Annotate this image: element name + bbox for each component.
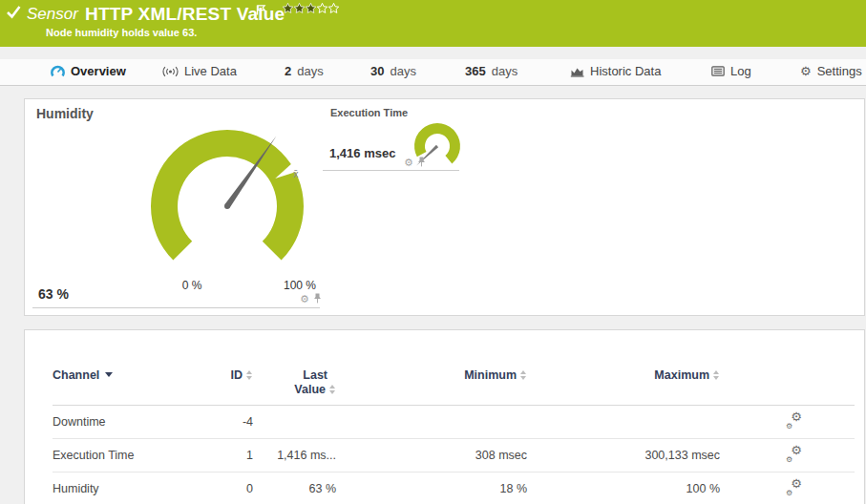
channel-last-value: 1,416 ms... (277, 449, 336, 462)
gauges-panel: Humidity 0 % 100 % x̄ 63 % ⚙ Execution T… (24, 98, 865, 316)
col-header-channel[interactable]: Channel (53, 365, 196, 382)
sort-desc-icon (105, 372, 113, 377)
humidity-gauge-actions: ⚙ (300, 293, 322, 304)
sort-icon (329, 385, 336, 394)
pin-icon[interactable] (313, 293, 322, 304)
humidity-gauge-title: Humidity (36, 106, 94, 121)
humidity-scale-max: 100 % (275, 279, 325, 292)
channel-name: Downtime (53, 415, 196, 429)
tab-historic-data[interactable]: Historic Data (570, 64, 661, 78)
star-filled-icon[interactable] (283, 3, 293, 13)
table-row-execution-time[interactable]: Execution Time 1 1,416 ms... 308 msec 30… (53, 439, 855, 472)
channel-id: -4 (243, 415, 253, 429)
star-empty-icon[interactable] (328, 3, 339, 13)
gear-icon[interactable]: ⚙ (404, 158, 413, 167)
channel-id: 1 (246, 449, 253, 462)
priority-stars[interactable] (283, 3, 339, 13)
sensor-kind-label: Sensor (27, 5, 78, 24)
sort-icon (520, 370, 527, 380)
status-ok-check-icon (7, 5, 21, 23)
channel-table: Channel ID LastValue Minimum Maximum Dow… (53, 365, 855, 504)
channel-minimum: 308 msec (475, 449, 527, 462)
star-filled-icon[interactable] (294, 3, 305, 13)
col-header-last-value[interactable]: LastValue (294, 365, 336, 397)
tab-bar: Overview Live Data 2 days 30 days 365 da… (0, 59, 866, 86)
col-header-minimum[interactable]: Minimum (464, 365, 527, 382)
sensor-status-banner: Sensor HTTP XML/REST Value Node humidity… (0, 0, 866, 47)
channel-maximum: 100 % (686, 482, 720, 495)
favorite-flag-icon[interactable] (255, 3, 267, 20)
mean-marker-label: x̄ (293, 168, 299, 179)
star-filled-icon[interactable] (306, 3, 316, 13)
execution-gauge-actions: ⚙ (404, 157, 426, 167)
prtg-sensor-page: Sensor HTTP XML/REST Value Node humidity… (0, 0, 866, 504)
execution-time-current-value: 1,416 msec (329, 146, 395, 160)
gear-icon[interactable]: ⚙ (300, 294, 309, 304)
execution-time-gauge (404, 115, 471, 181)
log-list-icon (711, 66, 725, 76)
channel-name: Execution Time (53, 449, 196, 462)
sort-icon (246, 370, 253, 380)
star-empty-icon[interactable] (317, 3, 327, 13)
channel-minimum: 18 % (500, 482, 528, 495)
tab-settings[interactable]: ⚙ Settings (800, 64, 862, 78)
execution-time-gauge-title: Execution Time (330, 107, 408, 118)
area-chart-icon (570, 66, 584, 77)
sort-icon (713, 370, 720, 380)
table-row-downtime[interactable]: Downtime -4 ⚙⚙ (53, 406, 855, 439)
gear-icon: ⚙ (800, 65, 812, 77)
humidity-current-value: 63 % (38, 286, 69, 302)
channel-settings-icon[interactable]: ⚙⚙ (786, 480, 802, 494)
channel-table-header: Channel ID LastValue Minimum Maximum (53, 365, 855, 406)
channel-name: Humidity (53, 482, 196, 495)
channel-last-value: 63 % (309, 482, 337, 495)
channel-maximum: 300,133 msec (644, 449, 720, 462)
tab-overview[interactable]: Overview (51, 64, 126, 78)
humidity-gauge (137, 116, 318, 297)
humidity-scale-min: 0 % (173, 279, 211, 292)
table-row-humidity[interactable]: Humidity 0 63 % 18 % 100 % ⚙⚙ (53, 472, 855, 504)
pin-icon[interactable] (417, 157, 426, 167)
tab-live-data[interactable]: Live Data (162, 64, 237, 78)
tab-log[interactable]: Log (711, 64, 751, 78)
divider (323, 170, 459, 171)
gauge-icon (51, 65, 65, 77)
tab-30-days[interactable]: 30 days (370, 64, 416, 78)
sensor-status-message: Node humidity holds value 63. (46, 27, 197, 38)
divider (32, 307, 320, 308)
live-signal-icon (162, 66, 179, 77)
tab-2-days[interactable]: 2 days (285, 64, 324, 78)
channels-panel: Channel ID LastValue Minimum Maximum Dow… (24, 329, 865, 504)
channel-settings-icon[interactable]: ⚙⚙ (786, 413, 802, 428)
tab-365-days[interactable]: 365 days (465, 64, 517, 78)
channel-settings-icon[interactable]: ⚙⚙ (786, 447, 802, 461)
col-header-maximum[interactable]: Maximum (654, 365, 720, 382)
col-header-id[interactable]: ID (231, 365, 254, 382)
channel-id: 0 (246, 482, 253, 495)
